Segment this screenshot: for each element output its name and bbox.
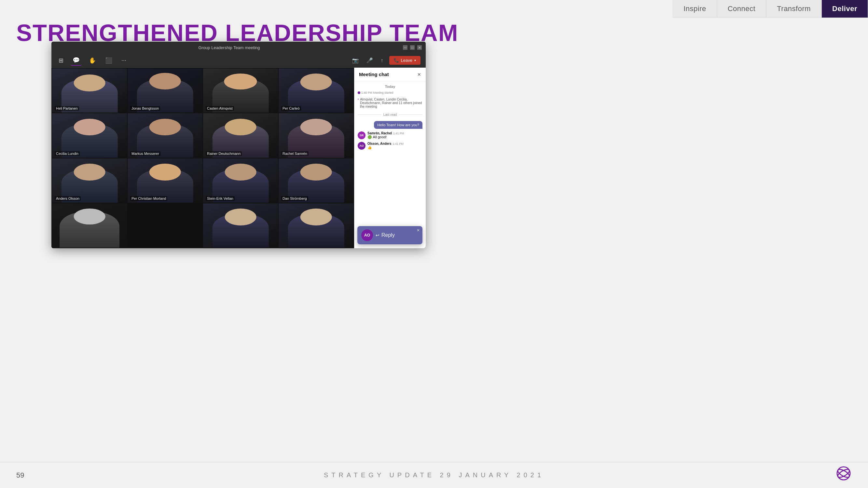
participant-name-markus: Markus Messerer: [130, 151, 160, 156]
video-cell-markus: Markus Messerer: [128, 113, 203, 158]
toolbar-left: ⊞ 💬 ✋ ⬛ ···: [57, 55, 128, 66]
video-cell-anders: Anders Olsson: [52, 158, 127, 203]
top-navigation: Inspire Connect Transform Deliver: [673, 0, 868, 18]
nav-item-deliver[interactable]: Deliver: [822, 0, 868, 18]
last-read-label: Last read: [383, 113, 397, 117]
maximize-icon[interactable]: □: [410, 45, 415, 50]
reply-text[interactable]: ↩ Reply: [376, 232, 395, 238]
chat-msg-rachel: SR Samrén, Rachel 1:41 PM 🟢 All good!: [358, 131, 423, 139]
page-number: 59: [16, 471, 24, 480]
teams-content: Heli Partanen Jonas Bengtsson Casten Alm…: [52, 68, 426, 248]
participant-name-heli: Heli Partanen: [55, 106, 79, 110]
nav-item-transform[interactable]: Transform: [766, 0, 822, 18]
nav-item-connect[interactable]: Connect: [717, 0, 766, 18]
teams-toolbar: ⊞ 💬 ✋ ⬛ ··· 📷 🎤 ↑ 📞 Leave ▾: [52, 53, 426, 68]
chat-date: Today: [358, 85, 423, 89]
chat-system-time: 1:40 PM Meeting started: [358, 91, 423, 94]
chat-body: Today 1:40 PM Meeting started • Almqvist…: [354, 82, 426, 248]
anders-msg-text: 👍: [367, 145, 423, 150]
last-read-divider: Last read: [358, 113, 423, 117]
participant-name-dan: Dan Strömberg: [281, 196, 308, 201]
chat-close-icon[interactable]: ✕: [417, 72, 421, 77]
video-cell-per: Per Carleö: [279, 68, 353, 112]
meeting-chat-panel: Meeting chat ✕ Today 1:40 PM Meeting sta…: [354, 68, 426, 248]
leave-button[interactable]: 📞 Leave ▾: [389, 56, 421, 65]
participant-name-rachel: Rachel Samrén: [281, 151, 309, 156]
rachel-avatar: SR: [358, 131, 366, 139]
minimize-icon[interactable]: ─: [403, 45, 407, 50]
teams-dot-icon: [358, 91, 360, 94]
toolbar-right: 📷 🎤 ↑ 📞 Leave ▾: [350, 56, 421, 65]
close-icon[interactable]: ✕: [417, 45, 422, 50]
participant-name-stein: Stein-Erik Vellan: [206, 196, 235, 201]
participant-name-rainer: Rainer Deutschmann: [206, 151, 242, 156]
video-cell-dan: Dan Strömberg: [279, 158, 353, 203]
reply-avatar: AO: [361, 229, 373, 241]
participant-name-per: Per Carleö: [281, 106, 301, 110]
anders-avatar: AO: [358, 142, 366, 150]
mic-icon[interactable]: 🎤: [365, 56, 375, 65]
video-grid: Heli Partanen Jonas Bengtsson Casten Alm…: [52, 68, 354, 248]
teams-window: Group Leadership Team meeting ─ □ ✕ ⊞ 💬 …: [52, 42, 426, 248]
participants-icon[interactable]: ⊞: [57, 56, 65, 65]
chat-header: Meeting chat ✕: [354, 68, 426, 82]
rachel-sender: Samrén, Rachel: [367, 131, 392, 135]
rachel-msg-text: 🟢 All good!: [367, 135, 423, 139]
video-cell-empty1: [128, 203, 203, 248]
rachel-time: 1:41 PM: [393, 132, 404, 135]
participant-name-jonas: Jonas Bengtsson: [130, 106, 160, 110]
participant-name-casten: Casten Almqvist: [206, 106, 234, 110]
window-title-text: Group Leadership Team meeting: [55, 45, 403, 50]
participant-name-anders: Anders Olsson: [55, 196, 81, 201]
chat-title: Meeting chat: [359, 72, 389, 77]
chat-bubble-right: Hello Team! How are you?: [374, 121, 423, 129]
reply-close-icon[interactable]: ✕: [416, 228, 420, 233]
video-cell-bernie: [52, 203, 127, 248]
reactions-icon[interactable]: ✋: [87, 56, 98, 65]
video-cell-casten: Casten Almqvist: [203, 68, 278, 112]
page-footer: STRATEGY UPDATE 29 JANUARY 2021: [0, 462, 868, 488]
camera-icon[interactable]: 📷: [350, 56, 361, 65]
anders-time: 1:41 PM: [393, 142, 404, 145]
video-cell-stein: Stein-Erik Vellan: [203, 158, 278, 203]
footer-text: STRATEGY UPDATE 29 JANUARY 2021: [324, 471, 544, 479]
participant-name-perchristian: Per Christian Morland: [130, 196, 167, 201]
video-cell-empty3: [279, 203, 353, 248]
bullet-icon: •: [358, 98, 359, 101]
chat-joined-msg: • Almqvist, Casten, Lundin Cecilia, Deut…: [358, 98, 423, 108]
chat-msg-anders: AO Olsson, Anders 1:41 PM 👍: [358, 142, 423, 150]
brand-logo: [835, 465, 852, 482]
window-controls: ─ □ ✕: [403, 45, 422, 50]
video-cell-rainer: Rainer Deutschmann: [203, 113, 278, 158]
video-cell-cecilia: Cecilia Lundin: [52, 113, 127, 158]
share-icon[interactable]: ↑: [379, 56, 385, 65]
video-cell-jonas: Jonas Bengtsson: [128, 68, 203, 112]
nav-item-inspire[interactable]: Inspire: [673, 0, 717, 18]
window-titlebar: Group Leadership Team meeting ─ □ ✕: [52, 42, 426, 53]
video-cell-empty2: [203, 203, 278, 248]
screen-share-icon[interactable]: ⬛: [103, 56, 114, 65]
video-cell-perchristian: Per Christian Morland: [128, 158, 203, 203]
reply-popup: ✕ AO ↩ Reply: [358, 226, 423, 244]
participant-name-cecilia: Cecilia Lundin: [55, 151, 80, 156]
more-options-icon[interactable]: ···: [119, 56, 128, 65]
video-cell-rachel: Rachel Samrén: [279, 113, 353, 158]
video-cell-heli: Heli Partanen: [52, 68, 127, 112]
anders-sender: Olsson, Anders: [367, 142, 392, 145]
chat-icon[interactable]: 💬: [71, 55, 82, 66]
